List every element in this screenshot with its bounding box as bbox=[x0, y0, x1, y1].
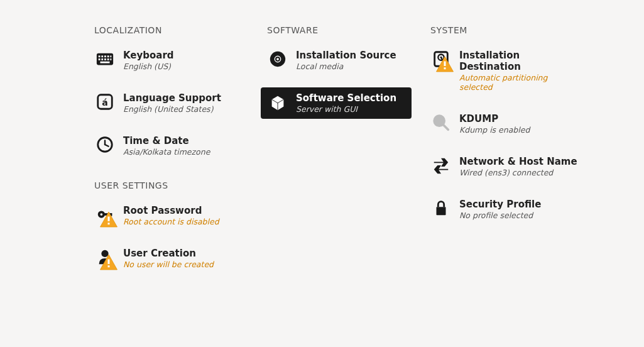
lock-icon bbox=[430, 199, 452, 220]
warning-icon bbox=[435, 55, 454, 74]
spoke-status: English (United States) bbox=[123, 104, 221, 114]
spoke-status: Wired (ens3) connected bbox=[459, 168, 577, 177]
category-localization-label: LOCALIZATION bbox=[94, 25, 248, 35]
network-icon bbox=[430, 156, 452, 177]
svg-line-18 bbox=[105, 145, 109, 146]
svg-rect-9 bbox=[101, 58, 103, 60]
svg-text:á: á bbox=[102, 97, 107, 107]
spoke-title: Keyboard bbox=[123, 50, 174, 61]
svg-rect-10 bbox=[104, 58, 106, 60]
spoke-title: Root Password bbox=[123, 205, 219, 216]
spoke-keyboard[interactable]: Keyboard English (US) bbox=[94, 45, 248, 76]
key-icon bbox=[94, 205, 116, 226]
package-icon bbox=[267, 92, 288, 114]
user-icon bbox=[94, 248, 116, 269]
spoke-status: Local media bbox=[296, 62, 396, 71]
spoke-kdump[interactable]: KDUMP Kdump is enabled bbox=[430, 108, 584, 140]
spoke-status: No user will be created bbox=[123, 260, 214, 269]
spoke-language-support[interactable]: á Language Support English (United State… bbox=[94, 87, 248, 119]
svg-rect-34 bbox=[437, 207, 446, 215]
svg-rect-8 bbox=[99, 58, 101, 60]
column-localization-user: LOCALIZATION Keyboard English (US) á Lan… bbox=[94, 19, 248, 285]
spoke-title: Network & Host Name bbox=[459, 156, 577, 167]
spoke-status: Root account is disabled bbox=[123, 217, 219, 226]
warning-icon bbox=[99, 253, 118, 272]
svg-point-27 bbox=[276, 58, 279, 60]
category-user-label: USER SETTINGS bbox=[94, 180, 248, 190]
spoke-installation-source[interactable]: Installation Source Local media bbox=[267, 45, 412, 76]
spoke-security-profile[interactable]: Security Profile No profile selected bbox=[430, 194, 584, 225]
spoke-status: Asia/Kolkata timezone bbox=[123, 147, 210, 157]
spoke-title: Installation Destination bbox=[459, 50, 578, 72]
svg-rect-5 bbox=[104, 55, 106, 57]
spoke-title: Software Selection bbox=[296, 92, 396, 104]
spoke-root-password[interactable]: Root Password Root account is disabled bbox=[94, 200, 248, 231]
svg-rect-3 bbox=[99, 55, 101, 57]
spoke-installation-destination[interactable]: Installation Destination Automatic parti… bbox=[430, 45, 584, 97]
spoke-status: English (US) bbox=[123, 62, 174, 71]
category-system-label: SYSTEM bbox=[430, 25, 584, 35]
category-software-label: SOFTWARE bbox=[267, 25, 412, 35]
language-icon: á bbox=[94, 92, 116, 114]
spoke-network-hostname[interactable]: Network & Host Name Wired (ens3) connect… bbox=[430, 151, 584, 182]
disc-icon bbox=[267, 50, 288, 71]
svg-rect-6 bbox=[107, 55, 109, 57]
spoke-title: User Creation bbox=[123, 248, 214, 259]
spoke-software-selection[interactable]: Software Selection Server with GUI bbox=[261, 87, 412, 119]
column-software: SOFTWARE Installation Source Local media… bbox=[267, 19, 412, 285]
column-system: SYSTEM Installation Destination Automati… bbox=[430, 19, 584, 285]
spoke-time-date[interactable]: Time & Date Asia/Kolkata timezone bbox=[94, 130, 248, 162]
spoke-title: Installation Source bbox=[296, 50, 396, 61]
svg-rect-12 bbox=[110, 58, 111, 60]
magnifier-icon bbox=[430, 113, 452, 135]
keyboard-icon bbox=[94, 50, 116, 71]
spoke-status: Kdump is enabled bbox=[459, 125, 530, 135]
spoke-status: Server with GUI bbox=[296, 104, 396, 114]
svg-line-33 bbox=[444, 125, 449, 130]
svg-rect-4 bbox=[101, 55, 103, 57]
spoke-status: Automatic partitioning selected bbox=[459, 73, 578, 92]
spoke-title: KDUMP bbox=[459, 113, 530, 124]
spoke-user-creation[interactable]: User Creation No user will be created bbox=[94, 243, 248, 274]
spoke-title: Security Profile bbox=[459, 199, 541, 210]
warning-icon bbox=[99, 210, 118, 229]
spoke-status: No profile selected bbox=[459, 211, 541, 220]
svg-rect-13 bbox=[101, 62, 110, 63]
harddisk-icon bbox=[430, 50, 452, 71]
clock-icon bbox=[94, 135, 116, 157]
spoke-title: Language Support bbox=[123, 92, 221, 104]
svg-rect-7 bbox=[110, 55, 111, 57]
installation-summary-hub: LOCALIZATION Keyboard English (US) á Lan… bbox=[0, 0, 644, 285]
svg-rect-11 bbox=[107, 58, 109, 60]
spoke-title: Time & Date bbox=[123, 135, 210, 146]
